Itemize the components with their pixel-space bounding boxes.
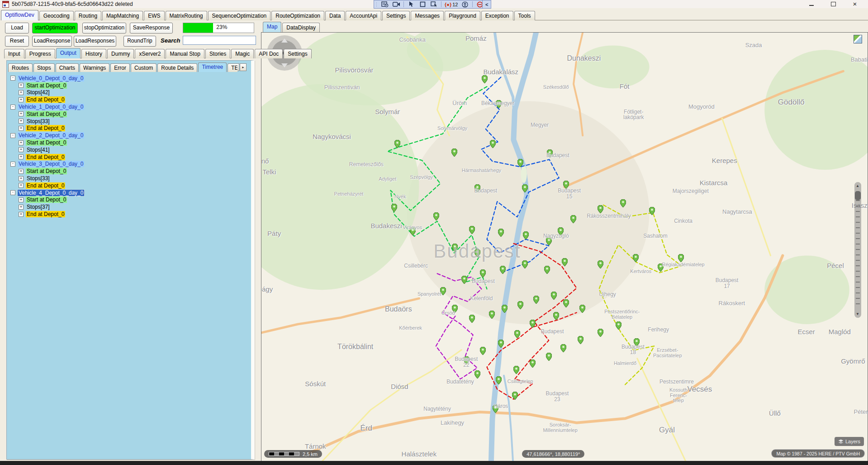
expander-icon[interactable]: + bbox=[19, 176, 24, 181]
tree-node[interactable]: +End at Depot_0 bbox=[9, 211, 250, 218]
tab-stops[interactable]: Stops bbox=[33, 63, 55, 72]
stop-pin-icon[interactable] bbox=[394, 140, 400, 148]
tree-node[interactable]: +Start at Depot_0 bbox=[9, 197, 250, 204]
stop-pin-icon[interactable] bbox=[544, 266, 550, 274]
stop-pin-icon[interactable] bbox=[598, 329, 603, 337]
stop-pin-icon[interactable] bbox=[551, 292, 557, 300]
tab-scroll-right-icon[interactable]: ► bbox=[240, 63, 247, 71]
stop-pin-icon[interactable] bbox=[502, 305, 508, 313]
breakpoint-counter[interactable]: {●} 12 bbox=[445, 2, 458, 7]
stop-pin-icon[interactable] bbox=[562, 258, 568, 266]
expander-icon[interactable]: + bbox=[19, 126, 24, 131]
expander-icon[interactable]: - bbox=[10, 162, 15, 167]
stop-pin-icon[interactable] bbox=[391, 204, 397, 212]
tree-node[interactable]: -Vehicle_1_Depot_0_day_0 bbox=[9, 103, 250, 110]
pan-up-icon[interactable] bbox=[281, 38, 288, 43]
tree-node-label[interactable]: Start at Depot_0 bbox=[26, 139, 67, 146]
pan-down-icon[interactable] bbox=[281, 63, 288, 67]
tree-node-label[interactable]: Stops[33] bbox=[26, 118, 51, 125]
expander-icon[interactable]: - bbox=[10, 133, 15, 138]
tree-node-label[interactable]: Vehicle_0_Depot_0_day_0 bbox=[18, 75, 84, 81]
stop-pin-icon[interactable] bbox=[482, 75, 488, 83]
expander-icon[interactable]: + bbox=[19, 147, 24, 152]
stop-pin-icon[interactable] bbox=[514, 330, 520, 338]
tab-magic[interactable]: Magic bbox=[231, 49, 254, 58]
tree-node[interactable]: +Start at Depot_0 bbox=[9, 82, 250, 89]
stop-pin-icon[interactable] bbox=[530, 320, 536, 328]
tab-matrixrouting[interactable]: MatrixRouting bbox=[166, 11, 207, 20]
toolbar-grip[interactable] bbox=[376, 2, 378, 7]
tab-api-doc[interactable]: API Doc bbox=[255, 49, 283, 58]
stop-pin-icon[interactable] bbox=[500, 266, 506, 274]
tab-custom[interactable]: Custom bbox=[131, 63, 157, 72]
tab-timetree[interactable]: Timetree bbox=[198, 62, 227, 72]
tab-map[interactable]: Map bbox=[263, 22, 281, 32]
tab-route-details[interactable]: Route Details bbox=[157, 63, 197, 72]
stop-pin-icon[interactable] bbox=[633, 254, 639, 262]
tree-node-label[interactable]: End at Depot_0 bbox=[26, 125, 65, 131]
tab-input[interactable]: Input bbox=[4, 49, 24, 58]
stop-pin-icon[interactable] bbox=[522, 184, 528, 192]
tree-node[interactable]: -Vehicle_2_Depot_0_day_0 bbox=[9, 132, 250, 139]
stop-pin-icon[interactable] bbox=[620, 199, 626, 207]
zoom-in-icon[interactable]: ▲ bbox=[856, 184, 859, 188]
tree-node-label[interactable]: Stops[33] bbox=[26, 175, 51, 182]
expander-icon[interactable]: + bbox=[19, 97, 24, 102]
tab-routeoptimization[interactable]: RouteOptimization bbox=[271, 11, 324, 20]
tree-node-label[interactable]: Vehicle_3_Depot_0_day_0 bbox=[18, 161, 84, 167]
tab-dummy[interactable]: Dummy bbox=[107, 49, 134, 58]
load-button[interactable]: Load bbox=[5, 23, 29, 34]
stop-pin-icon[interactable] bbox=[598, 260, 603, 268]
select-box-icon[interactable] bbox=[418, 1, 427, 8]
expander-icon[interactable]: + bbox=[19, 169, 24, 174]
tree-node-label[interactable]: End at Depot_0 bbox=[26, 154, 65, 160]
tab-datadisplay[interactable]: DataDisplay bbox=[282, 23, 320, 32]
close-button[interactable]: × bbox=[850, 0, 860, 7]
tree-node-label[interactable]: Stops[37] bbox=[26, 204, 51, 210]
expander-icon[interactable]: + bbox=[19, 90, 24, 95]
tree-node[interactable]: +End at Depot_0 bbox=[9, 182, 250, 189]
tree-node-label[interactable]: Vehicle_2_Depot_0_day_0 bbox=[18, 132, 84, 139]
video-camera-icon[interactable] bbox=[392, 1, 400, 8]
tree-node[interactable]: +Stops[41] bbox=[9, 146, 250, 153]
save-response-button[interactable]: SaveResponse bbox=[130, 23, 173, 34]
tree-node-label[interactable]: End at Depot_0 bbox=[26, 211, 65, 217]
tree-node[interactable]: +End at Depot_0 bbox=[9, 125, 250, 132]
tab-warnings[interactable]: Warnings bbox=[80, 63, 109, 72]
select-cursor-icon[interactable] bbox=[407, 1, 415, 8]
tab-tools[interactable]: Tools bbox=[514, 11, 535, 20]
load-response-button[interactable]: LoadResponse bbox=[32, 36, 72, 47]
stop-pin-icon[interactable] bbox=[578, 336, 583, 344]
reset-button[interactable]: Reset bbox=[5, 36, 29, 47]
tab-playground[interactable]: Playground bbox=[445, 11, 480, 20]
stop-pin-icon[interactable] bbox=[598, 205, 603, 213]
tree-node-label[interactable]: Stops[41] bbox=[26, 147, 51, 153]
overview-map-toggle-icon[interactable] bbox=[854, 35, 862, 43]
stop-pin-icon[interactable] bbox=[678, 254, 684, 262]
tab-settings[interactable]: Settings bbox=[382, 11, 410, 20]
stop-pin-icon[interactable] bbox=[512, 392, 518, 400]
stop-pin-icon[interactable] bbox=[579, 305, 585, 313]
tree-node[interactable]: +Stops[33] bbox=[9, 175, 250, 182]
tree-node[interactable]: +Start at Depot_0 bbox=[9, 168, 250, 175]
tab-settings[interactable]: Settings bbox=[284, 49, 311, 58]
stop-optimization-button[interactable]: stopOptimization bbox=[82, 23, 126, 34]
stop-pin-icon[interactable] bbox=[553, 312, 559, 320]
form-settings-icon[interactable] bbox=[381, 1, 389, 8]
tab-error[interactable]: Error bbox=[110, 63, 130, 72]
load-responses-button[interactable]: LoadResponses bbox=[74, 36, 116, 47]
tree-node-label[interactable]: Stops[42] bbox=[26, 89, 51, 96]
expander-icon[interactable]: + bbox=[19, 83, 24, 88]
expander-icon[interactable]: + bbox=[19, 119, 24, 124]
search-input[interactable] bbox=[183, 36, 256, 45]
tab-sequenceoptimization[interactable]: SequenceOptimization bbox=[208, 11, 271, 20]
stop-pin-icon[interactable] bbox=[498, 229, 504, 237]
tree-node-label[interactable]: End at Depot_0 bbox=[26, 96, 65, 103]
tree-node[interactable]: +Start at Depot_0 bbox=[9, 110, 250, 118]
tab-messages[interactable]: Messages bbox=[411, 11, 444, 20]
tab-mapmatching[interactable]: MapMatching bbox=[102, 11, 143, 20]
stop-pin-icon[interactable] bbox=[480, 269, 486, 278]
map-canvas[interactable]: CsobánkaPomázDunakesziSzadaBabatiBudakal… bbox=[261, 32, 868, 462]
layers-button[interactable]: Layers bbox=[835, 437, 864, 446]
tree-node[interactable]: -Vehicle_0_Depot_0_day_0 bbox=[9, 75, 250, 82]
